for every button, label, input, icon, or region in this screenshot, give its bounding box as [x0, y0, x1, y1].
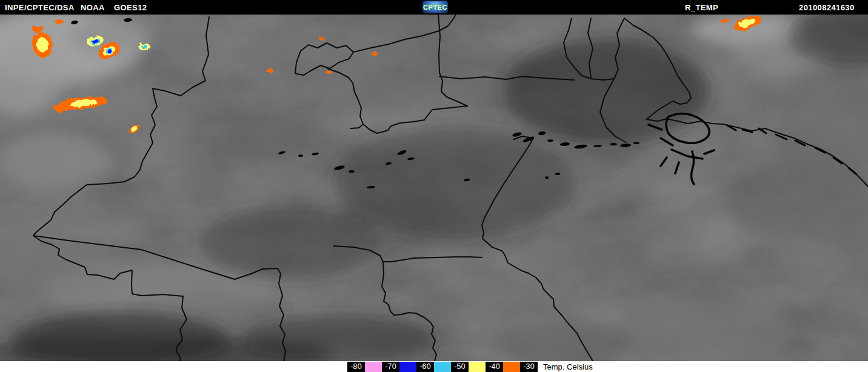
storm-cell [319, 37, 324, 41]
storm-cell [326, 70, 332, 74]
legend-bar: -80-70-60-50-40-30 Temp. Celsius [0, 361, 868, 372]
storm-cell [372, 52, 378, 56]
legend-label: -70 [382, 362, 399, 372]
legend-swatch-pink [365, 362, 382, 372]
legend-label: -30 [520, 362, 538, 372]
legend-cells: -80-70-60-50-40-30 [347, 362, 538, 372]
legend-label: -50 [451, 362, 469, 372]
satellite-label: GOES12 [114, 3, 147, 12]
satellite-cloud-layer [0, 0, 868, 372]
agency-label: NOAA [81, 3, 105, 12]
product-label: R_TEMP [685, 3, 718, 12]
datetime-label: 201008241630 [799, 3, 855, 12]
legend-label: -60 [416, 362, 434, 372]
legend-swatch-cyan [434, 362, 451, 372]
legend-swatch-blue [399, 362, 416, 372]
legend-swatch-orange [503, 362, 520, 372]
cptec-logo: CPTEC [422, 1, 448, 13]
header-bar: INPE/CPTEC/DSA NOAA GOES12 CPTEC R_TEMP … [0, 0, 868, 15]
source-label: INPE/CPTEC/DSA [5, 3, 75, 12]
legend-title: Temp. Celsius [543, 362, 593, 371]
satellite-map [0, 0, 868, 372]
legend: -80-70-60-50-40-30 Temp. Celsius [347, 361, 593, 372]
legend-label: -40 [486, 362, 503, 372]
satellite-image-viewer: INPE/CPTEC/DSA NOAA GOES12 CPTEC R_TEMP … [0, 0, 868, 372]
storm-cell [55, 19, 64, 24]
legend-swatch-yellow [469, 362, 486, 372]
cptec-logo-text: CPTEC [423, 4, 447, 11]
legend-label: -80 [347, 362, 365, 372]
